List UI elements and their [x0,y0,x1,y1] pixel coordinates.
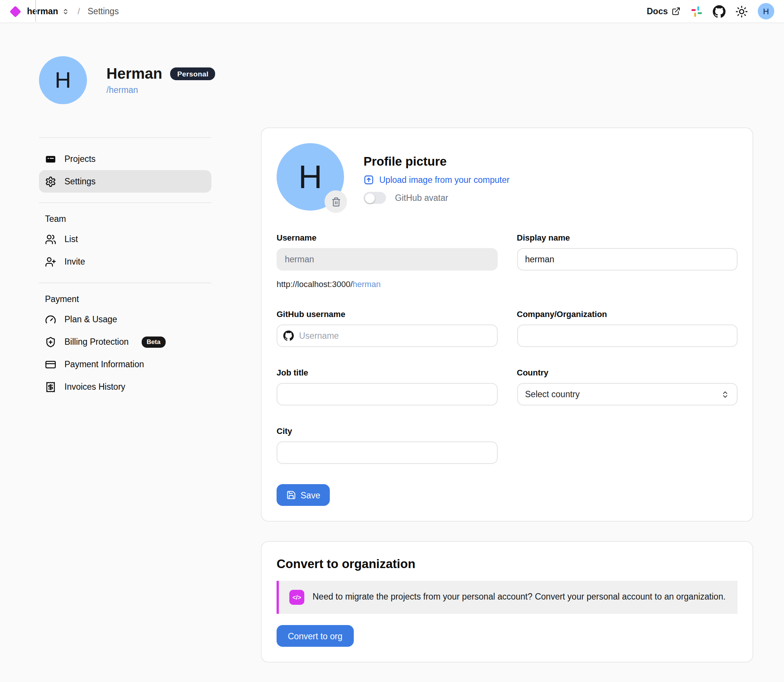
gauge-icon [45,314,56,325]
slack-button[interactable] [690,5,703,18]
sidebar-item-label: Payment Information [64,360,144,369]
docs-link[interactable]: Docs [647,7,680,16]
profile-header-avatar: H [39,56,87,104]
field-city: City [277,426,497,464]
city-input[interactable] [277,441,497,464]
username-label: Username [277,233,497,242]
field-company: Company/Organization [517,309,738,347]
sidebar-item-team-list[interactable]: List [39,228,211,250]
profile-url-username-link[interactable]: herman [353,280,381,288]
github-icon [283,330,294,341]
external-link-icon [672,7,680,16]
sidebar-item-billing-protection[interactable]: Billing Protection Beta [39,330,211,353]
convert-callout-text: Need to migrate the projects from your p… [312,591,725,604]
profile-header-info: Herman Personal /herman [107,65,215,96]
trash-icon [331,197,341,207]
projects-icon [45,153,56,164]
country-select-value: Select country [525,390,580,399]
users-icon [45,233,56,245]
sidebar-item-label: List [64,234,78,244]
account-type-badge: Personal [171,67,215,80]
brand-diamond-icon [10,5,21,17]
user-plus-icon [45,256,56,267]
navbar: herman / Settings Docs [0,0,784,23]
receipt-dollar-icon [45,381,56,392]
page-content: H Herman Personal /herman Projects [0,56,784,663]
sidebar-item-projects[interactable]: Projects [39,148,211,170]
beta-badge: Beta [141,336,166,347]
profile-handle-link[interactable]: /herman [107,85,138,94]
chevrons-up-down-icon [62,8,69,14]
convert-to-org-label: Convert to org [288,631,343,641]
field-username: Username http://localhost:3000/herman [277,233,497,288]
sidebar-item-team-invite[interactable]: Invite [39,250,211,273]
sidebar-item-settings[interactable]: Settings [39,170,211,193]
sidebar-payment-heading: Payment [39,293,211,308]
profile-header: H Herman Personal /herman [39,56,753,104]
navbar-right: Docs H [647,3,774,19]
github-avatar-toggle-row: GitHub avatar [363,192,510,204]
user-avatar-initial: H [763,7,769,16]
code-icon: </> [289,590,304,605]
country-label: Country [517,368,738,377]
slack-icon [690,5,703,18]
profile-url-prefix: http://localhost:3000/ [277,280,353,288]
field-display-name: Display name [517,233,738,288]
sidebar: Projects Settings Team List [39,127,211,408]
github-username-label: GitHub username [277,309,497,319]
sidebar-payment-group: Payment Plan & Usage Billing Protection … [39,283,211,408]
sidebar-team-heading: Team [39,213,211,228]
save-button[interactable]: Save [277,484,330,506]
profile-settings-card: H Profile picture Upload image from your… [261,127,753,522]
upload-image-label: Upload image from your computer [379,175,510,184]
sidebar-item-invoices-history[interactable]: Invoices History [39,376,211,398]
sun-icon [735,5,748,18]
profile-name-row: Herman Personal [107,65,215,82]
country-select[interactable]: Select country [517,383,738,405]
convert-to-org-button[interactable]: Convert to org [277,625,354,647]
company-input[interactable] [517,325,738,347]
main-column: H Profile picture Upload image from your… [261,127,753,663]
save-icon [286,490,296,500]
field-country: Country Select country [517,368,738,405]
field-job-title: Job title [277,368,497,405]
upload-image-link[interactable]: Upload image from your computer [363,175,510,185]
job-title-input[interactable] [277,383,497,405]
github-button[interactable] [713,5,725,18]
github-avatar-toggle[interactable] [363,192,386,204]
save-button-label: Save [301,491,320,499]
breadcrumb-current-page: Settings [88,7,119,16]
upload-icon [363,175,374,185]
display-name-label: Display name [517,233,738,242]
username-input[interactable] [277,248,497,271]
sidebar-item-label: Invoices History [64,382,125,391]
sidebar-item-plan-usage[interactable]: Plan & Usage [39,308,211,330]
github-username-input[interactable] [277,325,497,347]
team-selector[interactable]: herman [27,7,69,16]
toggle-knob [365,193,374,203]
sidebar-item-label: Plan & Usage [64,315,117,324]
convert-to-organization-card: Convert to organization </> Need to migr… [261,541,753,663]
display-name-input[interactable] [517,248,738,271]
theme-toggle-button[interactable] [735,5,748,18]
github-avatar-toggle-label: GitHub avatar [395,193,448,202]
gear-icon [45,176,56,187]
user-avatar-button[interactable]: H [758,3,774,19]
sidebar-team-group: Team List Invite [39,203,211,282]
profile-form: Username http://localhost:3000/herman Di… [277,233,738,464]
sidebar-item-label: Billing Protection [64,337,129,346]
breadcrumb-separator: / [78,6,80,16]
sidebar-item-payment-information[interactable]: Payment Information [39,353,211,376]
chevrons-up-down-icon [721,390,729,398]
columns: Projects Settings Team List [39,127,753,663]
sidebar-item-label: Settings [64,177,96,186]
shield-plus-icon [45,336,56,347]
city-label: City [277,426,497,435]
job-title-label: Job title [277,368,497,377]
sidebar-item-label: Invite [64,257,85,266]
profile-name: Herman [107,65,162,82]
delete-avatar-button[interactable] [325,190,347,213]
profile-url: http://localhost:3000/herman [277,280,497,288]
app-root: herman / Settings Docs [0,0,784,682]
vertical-line-artifact [35,0,36,22]
